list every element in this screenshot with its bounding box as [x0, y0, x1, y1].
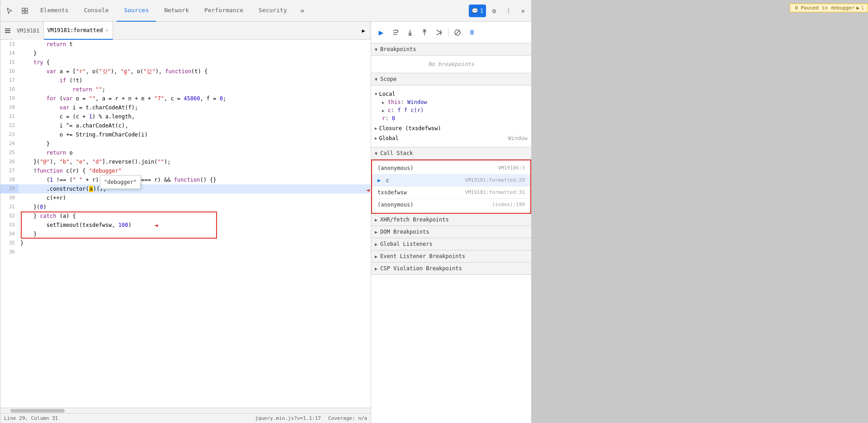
scrollbar-thumb[interactable]: [10, 409, 65, 413]
step-btn[interactable]: [433, 26, 445, 39]
tab-elements[interactable]: Elements: [33, 0, 76, 22]
code-line: 16 var a = ["r", o("갓"), "g", o("갔"), fu…: [0, 67, 371, 76]
svg-rect-1: [25, 8, 28, 10]
csp-label: CSP Violation Breakpoints: [380, 265, 462, 272]
dom-section-header[interactable]: ▶ DOM Breakpoints: [371, 226, 531, 238]
code-line: 26 }("@"), "b", "e", "d"].reverse().join…: [0, 157, 371, 166]
cursor-position: Line 29, Column 31: [4, 415, 58, 421]
settings-icon[interactable]: ⚙: [488, 5, 500, 17]
scope-this[interactable]: ▶ this: Window: [375, 98, 528, 106]
source-tab-bar: VM19181 VM19181:formatted ✕ ▶: [0, 22, 371, 40]
scope-section-header[interactable]: ▼ Scope: [371, 73, 531, 85]
tab-network[interactable]: Network: [157, 0, 196, 22]
code-line: 23 o += String.fromCharCode(i): [0, 130, 371, 139]
resume-small-icon[interactable]: ▶: [856, 5, 859, 11]
callstack-item-c[interactable]: ▶ c VM19181:formatted:29: [372, 174, 530, 187]
event-listener-arrow-icon: ▶: [375, 254, 377, 259]
tooltip-popup: "debugger": [100, 175, 141, 189]
status-bar: Line 29, Column 31 jquery.min.js?v=1.1:1…: [0, 413, 371, 423]
breakpoints-arrow-icon: ▼: [375, 47, 377, 52]
horizontal-scrollbar[interactable]: [0, 408, 371, 413]
scope-label: Scope: [380, 76, 396, 82]
paused-banner: ⏸ Paused in debugger ▶ ⤵: [790, 4, 868, 12]
code-line: 35 }: [0, 239, 371, 248]
close-devtools-icon[interactable]: ✕: [517, 5, 529, 17]
svg-rect-4: [5, 28, 10, 29]
callstack-item-txsdefwsw[interactable]: txsdefwsw VM19181:formatted:31: [372, 187, 530, 199]
debug-toolbar: ▶ ⏸: [371, 22, 531, 43]
step-over-btn[interactable]: [389, 26, 402, 39]
scope-c[interactable]: ▶ c: f f c(r): [375, 106, 528, 114]
code-line: 13 return t: [0, 40, 371, 49]
xhr-arrow-icon: ▶: [375, 217, 377, 222]
deactivate-breakpoints-btn[interactable]: [451, 26, 464, 39]
scope-arrow-icon: ▼: [375, 77, 377, 82]
code-line: 36: [0, 248, 371, 257]
code-line-highlighted: 29 .constructor(a)(), ◄: [0, 184, 371, 193]
breakpoints-section-header[interactable]: ▼ Breakpoints: [371, 43, 531, 56]
xhr-section-header[interactable]: ▶ XHR/fetch Breakpoints: [371, 214, 531, 226]
svg-line-14: [455, 30, 460, 35]
scope-local-group: ▼ Local ▶ this: Window ▶ c: f f c(r): [375, 89, 528, 123]
code-line: 27 !function c(r) { "debugger" "debugger…: [0, 166, 371, 175]
code-line: 31 }(0): [0, 202, 371, 212]
page-background: ⏸ Paused in debugger ▶ ⤵: [531, 0, 868, 423]
scope-local-label: Local: [379, 91, 395, 97]
callstack-active-arrow-icon: ▶: [377, 177, 381, 183]
callstack-item-anonymous-1[interactable]: (anonymous) VM19186:3: [372, 162, 530, 174]
right-panel-scroll[interactable]: ▼ Breakpoints No breakpoints ▼ Scope: [371, 43, 531, 423]
global-listeners-section-header[interactable]: ▶ Global Listeners: [371, 238, 531, 250]
source-tab-vm19181[interactable]: VM19181: [13, 22, 44, 40]
more-tabs-icon[interactable]: »: [295, 4, 310, 18]
source-tab-vm19181-formatted[interactable]: VM19181:formatted ✕: [44, 22, 113, 40]
source-tab-nav-icon[interactable]: ▶: [358, 28, 369, 34]
tab-console[interactable]: Console: [77, 0, 116, 22]
svg-rect-0: [22, 8, 24, 10]
callstack-arrow-icon: ▼: [375, 151, 377, 156]
callstack-item-anonymous-2[interactable]: (anonymous) (index):199: [372, 199, 530, 211]
code-line: 20 var i = t.charCodeAt(f);: [0, 103, 371, 112]
scope-closure-group: ▶ Closure (txsdefwsw): [375, 123, 528, 133]
callstack-section-content: (anonymous) VM19186:3 ▶ c VM19181:format…: [371, 160, 531, 214]
event-listener-label: Event Listener Breakpoints: [380, 253, 465, 259]
code-line: 33 setTimeout(txsdefwsw, 100): [0, 221, 371, 230]
code-area[interactable]: 13 return t 14 } 15 try {: [0, 40, 371, 408]
more-options-icon[interactable]: ⋮: [502, 5, 515, 17]
scope-closure-header[interactable]: ▶ Closure (txsdefwsw): [375, 124, 528, 132]
code-line: 24 }: [0, 139, 371, 148]
callstack-section-header[interactable]: ▼ Call Stack: [371, 147, 531, 160]
dom-arrow-icon: ▶: [375, 230, 377, 235]
xhr-label: XHR/fetch Breakpoints: [380, 216, 449, 223]
csp-section-header[interactable]: ▶ CSP Violation Breakpoints: [371, 263, 531, 275]
step-into-btn[interactable]: [404, 26, 416, 39]
tab-security[interactable]: Security: [251, 0, 294, 22]
code-line: 19 for (var o = "", a = r + n + e + "7",…: [0, 94, 371, 103]
scope-global-header[interactable]: ▶ Global Window: [375, 134, 528, 142]
toggle-sidebar-icon[interactable]: [2, 25, 13, 36]
code-line: 14 }: [0, 49, 371, 58]
toolbar-separator: [448, 28, 448, 37]
resume-btn[interactable]: ▶: [375, 26, 387, 39]
global-listeners-label: Global Listeners: [380, 241, 433, 247]
svg-rect-6: [5, 32, 10, 33]
pause-on-exception-btn[interactable]: ⏸: [466, 26, 478, 39]
cursor-icon[interactable]: [2, 4, 17, 18]
code-line: 30 c(++r): [0, 193, 371, 202]
tab-performance[interactable]: Performance: [197, 0, 250, 22]
feedback-btn[interactable]: 💬1: [469, 5, 486, 17]
breakpoints-label: Breakpoints: [380, 46, 416, 52]
callstack-label: Call Stack: [380, 150, 413, 156]
file-reference: jquery.min.js?v=1.1:17: [255, 415, 321, 421]
inspect-icon[interactable]: [18, 4, 32, 18]
scope-global-group: ▶ Global Window: [375, 133, 528, 143]
scope-global-label: Global: [379, 135, 398, 141]
code-line: 22 i ^= a.charCodeAt(c),: [0, 121, 371, 130]
close-tab-icon[interactable]: ✕: [104, 27, 109, 33]
tab-sources[interactable]: Sources: [117, 0, 156, 22]
scope-closure-label: Closure (txsdefwsw): [379, 125, 441, 132]
scope-r: r: 0: [375, 114, 528, 122]
step-out-btn[interactable]: [418, 26, 431, 39]
step-small-icon[interactable]: ⤵: [861, 5, 864, 11]
scope-local-header[interactable]: ▼ Local: [375, 90, 528, 98]
event-listener-section-header[interactable]: ▶ Event Listener Breakpoints: [371, 250, 531, 263]
